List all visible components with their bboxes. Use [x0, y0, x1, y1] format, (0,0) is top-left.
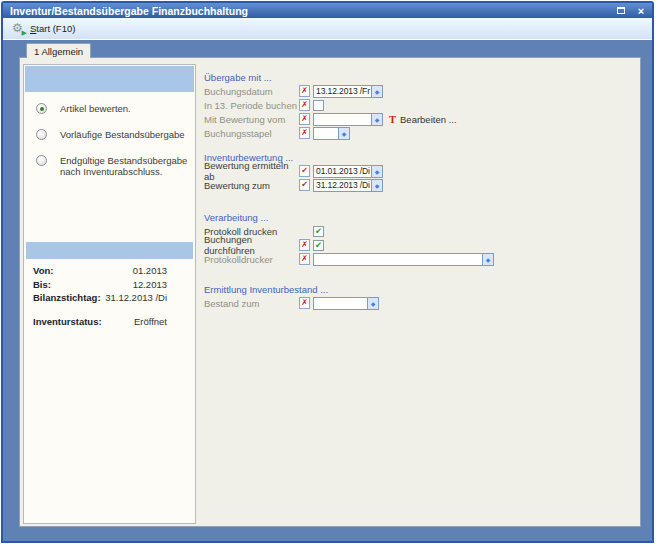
clear-field-icon[interactable]: ✗ [299, 253, 310, 265]
spinner-icon[interactable]: ◆ [371, 180, 382, 191]
start-icon: ⚙ ▶ [12, 22, 26, 36]
summary-row-von: Von: 01.2013 [24, 264, 195, 278]
buchungen-durchfuehren-checkbox[interactable]: ✔ [313, 240, 324, 251]
restore-icon [617, 7, 625, 14]
field-value[interactable]: 01.01.2013 /Di [314, 166, 371, 177]
clear-field-icon[interactable]: ✗ [299, 113, 310, 125]
radio-label: Vorläufige Bestandsübergabe [60, 129, 185, 140]
row-buchungsdatum: Buchungsdatum ✗ 13.12.2013 /Fr ◆ [204, 84, 632, 98]
field-label: Mit Bewertung vom [204, 114, 299, 125]
bewertung-vom-field[interactable]: ◆ [313, 113, 383, 126]
row-bestand-zum: Bestand zum ✗ ◆ [204, 296, 632, 310]
clear-field-icon[interactable]: ✗ [299, 85, 310, 97]
start-button-label: Start (F10) [30, 23, 75, 34]
spinner-icon[interactable]: ◆ [338, 128, 349, 139]
field-label: Bestand zum [204, 298, 299, 309]
summary-label: Bis: [33, 279, 133, 290]
bearbeiten-label: Bearbeiten ... [400, 114, 457, 125]
radio-label: Artikel bewerten. [60, 103, 131, 114]
radio-button[interactable] [36, 103, 47, 114]
settings-form: Übergabe mit ... Buchungsdatum ✗ 13.12.2… [204, 70, 632, 310]
check-icon: ✔ [315, 240, 322, 250]
buchungsdatum-field[interactable]: 13.12.2013 /Fr ◆ [313, 85, 383, 98]
check-icon: ✔ [315, 226, 322, 236]
play-icon: ▶ [22, 29, 27, 37]
close-window-button[interactable]: × [634, 5, 648, 17]
start-button[interactable]: ⚙ ▶ Start (F10) [8, 21, 79, 37]
radio-label-line1: Endgültige Bestandsübergabe [60, 155, 187, 166]
panel-header-strip [25, 66, 194, 92]
section-header-uebergabe: Übergabe mit ... [204, 70, 632, 84]
periode-checkbox[interactable]: ✔ [313, 100, 324, 111]
field-label: Bewertung zum [204, 180, 299, 191]
row-buchungsstapel: Buchungsstapel ✗ ◆ [204, 126, 632, 140]
clear-field-icon[interactable]: ✗ [299, 127, 310, 139]
radio-button[interactable] [36, 129, 47, 140]
row-mit-bewertung-vom: Mit Bewertung vom ✗ ◆ T Bearbeiten ... [204, 112, 632, 126]
workspace: 1 Allgemein Artikel bewerten. Vorläufige… [3, 40, 652, 540]
bewertung-zum-field[interactable]: 31.12.2013 /Di ◆ [313, 179, 383, 192]
toolbar: ⚙ ▶ Start (F10) [3, 18, 652, 40]
radio-option-artikel-bewerten[interactable]: Artikel bewerten. [24, 103, 195, 114]
summary-row-inventurstatus: Inventurstatus: Eröffnet [24, 315, 195, 329]
radio-label: Endgültige Bestandsübergabe nach Inventu… [60, 155, 187, 177]
row-bewertung-zum: Bewertung zum ✔ 31.12.2013 /Di ◆ [204, 178, 632, 192]
field-label: Protokolldrucker [204, 254, 299, 265]
content-panel: Artikel bewerten. Vorläufige Bestandsübe… [19, 57, 641, 527]
section-header-ermittlung-inventurbestand: Ermittlung Inventurbestand ... [204, 282, 632, 296]
window-controls: × [614, 5, 648, 17]
spinner-icon[interactable]: ◆ [371, 86, 382, 97]
restore-window-button[interactable] [614, 5, 628, 17]
spinner-icon[interactable]: ◆ [367, 298, 378, 309]
mode-panel: Artikel bewerten. Vorläufige Bestandsübe… [23, 64, 196, 524]
app-window: Inventur/Bestandsübergabe Finanzbuchhalt… [1, 1, 654, 543]
summary-label: Inventurstatus: [33, 316, 134, 327]
summary-label: Von: [33, 265, 133, 276]
field-label: Buchungsdatum [204, 86, 299, 97]
field-value[interactable]: 31.12.2013 /Di [314, 180, 371, 191]
row-bewertung-ermitteln-ab: Bewertung ermitteln ab ✔ 01.01.2013 /Di … [204, 164, 632, 178]
field-value[interactable] [314, 298, 367, 309]
field-label: Buchungsstapel [204, 128, 299, 139]
field-value[interactable]: 13.12.2013 /Fr [314, 86, 371, 97]
row-13-periode: In 13. Periode buchen ✗ ✔ [204, 98, 632, 112]
radio-label-line2: nach Inventurabschluss. [60, 166, 162, 177]
radio-option-vorlaeufige-uebergabe[interactable]: Vorläufige Bestandsübergabe [24, 129, 195, 140]
window-title: Inventur/Bestandsübergabe Finanzbuchhalt… [10, 5, 614, 17]
clear-field-icon[interactable]: ✗ [299, 239, 310, 251]
protokoll-drucken-checkbox[interactable]: ✔ [313, 226, 324, 237]
confirm-field-icon[interactable]: ✔ [299, 165, 310, 177]
period-summary: Von: 01.2013 Bis: 12.2013 Bilanzstichtag… [24, 264, 195, 328]
summary-value: 01.2013 [133, 265, 167, 276]
buchungsstapel-field[interactable]: ◆ [313, 127, 350, 140]
field-value[interactable] [314, 254, 482, 265]
field-value[interactable] [314, 114, 371, 125]
clear-field-icon[interactable]: ✗ [299, 99, 310, 111]
text-edit-icon: T [389, 114, 396, 125]
protokolldrucker-field[interactable]: ◆ [313, 253, 494, 266]
spinner-icon[interactable]: ◆ [371, 114, 382, 125]
field-label: In 13. Periode buchen [204, 100, 299, 111]
radio-button[interactable] [36, 155, 47, 166]
summary-row-bilanzstichtag: Bilanzstichtag: 31.12.2013 /Di [24, 291, 195, 305]
bewertung-ermitteln-ab-field[interactable]: 01.01.2013 /Di ◆ [313, 165, 383, 178]
title-bar: Inventur/Bestandsübergabe Finanzbuchhalt… [3, 3, 652, 18]
spinner-icon[interactable]: ◆ [371, 166, 382, 177]
tab-allgemein[interactable]: 1 Allgemein [26, 43, 91, 58]
clear-field-icon[interactable]: ✗ [299, 297, 310, 309]
screen: Inventur/Bestandsübergabe Finanzbuchhalt… [0, 0, 658, 547]
field-value[interactable] [314, 128, 338, 139]
summary-value: 12.2013 [133, 279, 167, 290]
bestand-zum-field[interactable]: ◆ [313, 297, 379, 310]
summary-value: 31.12.2013 /Di [105, 292, 167, 303]
summary-row-bis: Bis: 12.2013 [24, 278, 195, 292]
spinner-icon[interactable]: ◆ [482, 254, 493, 265]
radio-option-endgueltige-uebergabe[interactable]: Endgültige Bestandsübergabe nach Inventu… [24, 155, 195, 177]
summary-value: Eröffnet [134, 316, 167, 327]
bearbeiten-button[interactable]: T Bearbeiten ... [389, 114, 457, 125]
section-header-verarbeitung: Verarbeitung ... [204, 210, 632, 224]
row-protokolldrucker: Protokolldrucker ✗ ◆ [204, 252, 632, 266]
confirm-field-icon[interactable]: ✔ [299, 179, 310, 191]
row-buchungen-durchfuehren: Buchungen durchführen ✗ ✔ [204, 238, 632, 252]
close-icon: × [638, 6, 644, 16]
